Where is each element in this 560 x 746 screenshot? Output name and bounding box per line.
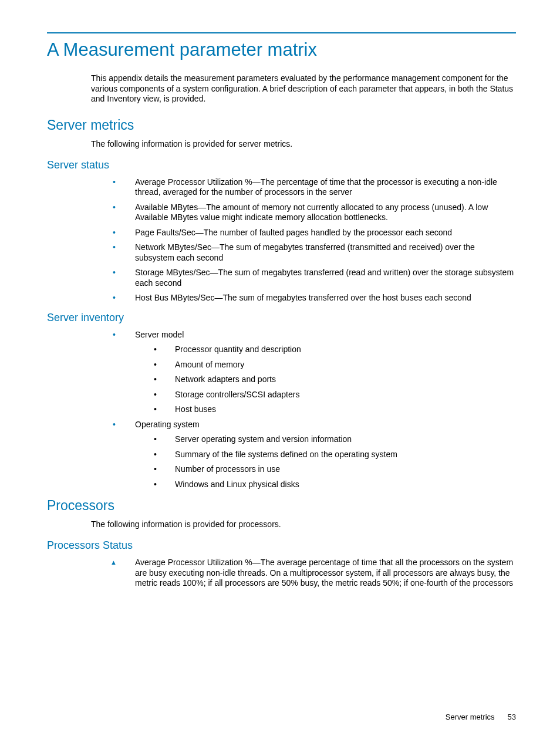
list-item: Storage MBytes/Sec—The sum of megabytes …	[113, 268, 516, 288]
list-item: Summary of the file systems defined on t…	[135, 450, 516, 460]
server-inventory-sublist: Processor quantity and description Amoun…	[135, 345, 516, 415]
list-item: Host buses	[135, 404, 516, 415]
server-inventory-heading: Server inventory	[47, 312, 516, 324]
list-item: Network MBytes/Sec—The sum of megabytes …	[113, 242, 516, 263]
processors-heading: Processors	[47, 498, 516, 514]
intro-paragraph: This appendix details the measurement pa…	[91, 73, 516, 104]
processors-status-list: Average Processor Utilization %—The aver…	[113, 558, 516, 589]
list-item: Host Bus MBytes/Sec—The sum of megabytes…	[113, 293, 516, 303]
processors-intro: The following information is provided fo…	[91, 519, 516, 529]
top-rule	[47, 32, 516, 33]
list-item: Average Processor Utilization %—The perc…	[113, 177, 516, 198]
page-footer: Server metrics53	[446, 713, 516, 721]
list-item: Server model	[113, 330, 516, 340]
server-status-heading: Server status	[47, 159, 516, 171]
list-item: Available MBytes—The amount of memory no…	[113, 202, 516, 223]
list-item: Amount of memory	[135, 360, 516, 370]
footer-section: Server metrics	[446, 713, 495, 721]
footer-page-number: 53	[508, 713, 516, 721]
server-metrics-heading: Server metrics	[47, 117, 516, 133]
list-item: Operating system	[113, 420, 516, 430]
server-status-list: Average Processor Utilization %—The perc…	[113, 177, 516, 303]
server-inventory-sublist: Server operating system and version info…	[135, 434, 516, 490]
list-item: Average Processor Utilization %—The aver…	[113, 558, 516, 589]
document-page: A Measurement parameter matrix This appe…	[0, 0, 560, 746]
list-item: Server operating system and version info…	[135, 434, 516, 445]
list-item: Processor quantity and description	[135, 345, 516, 355]
list-item: Number of processors in use	[135, 464, 516, 475]
page-title: A Measurement parameter matrix	[47, 39, 516, 60]
list-item: Storage controllers/SCSI adapters	[135, 390, 516, 400]
server-inventory-list: Server model	[113, 330, 516, 340]
list-item: Windows and Linux physical disks	[135, 480, 516, 490]
server-metrics-intro: The following information is provided fo…	[91, 139, 516, 148]
server-inventory-list: Operating system	[113, 420, 516, 430]
processors-status-heading: Processors Status	[47, 539, 516, 552]
list-item: Network adapters and ports	[135, 374, 516, 385]
list-item: Page Faults/Sec—The number of faulted pa…	[113, 228, 516, 238]
